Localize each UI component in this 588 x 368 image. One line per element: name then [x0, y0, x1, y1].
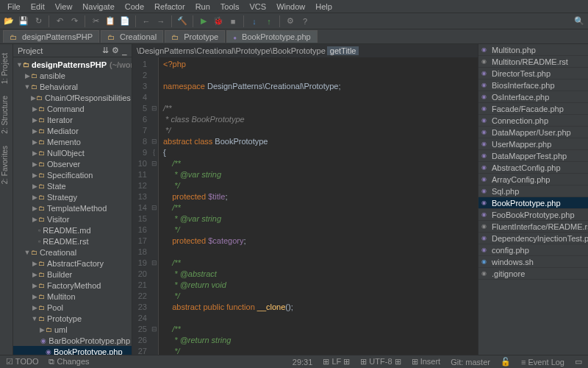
- save-icon[interactable]: 💾: [18, 15, 29, 27]
- open-file-row[interactable]: ◉ArrayConfig.php×: [478, 174, 588, 185]
- open-file-row[interactable]: ◉DataMapperTest.php×: [478, 150, 588, 162]
- open-file-row[interactable]: ◉BookPrototype.php×: [478, 197, 588, 209]
- tree-node[interactable]: ◉BarBookPrototype.php: [13, 335, 132, 346]
- project-collapse-icon[interactable]: ⇊: [102, 46, 109, 55]
- open-file-row[interactable]: ◉DataMapper/User.php×: [478, 127, 588, 138]
- status-insert-mode[interactable]: ⊞ Insert: [412, 357, 441, 367]
- tree-node[interactable]: ▶🗀FactoryMethod: [13, 280, 132, 291]
- status-todo[interactable]: ☑ TODO: [6, 357, 38, 367]
- tree-node[interactable]: ▶🗀TemplateMethod: [13, 202, 132, 213]
- menu-help[interactable]: Help: [311, 1, 337, 11]
- status-encoding[interactable]: ⊞ UTF-8 ⊞: [360, 357, 401, 367]
- open-file-row[interactable]: ◉Connection.php×: [478, 115, 588, 127]
- status-line-ending[interactable]: ⊞ LF ⊞: [323, 357, 350, 367]
- open-file-row[interactable]: ◉Multiton.php×: [478, 44, 588, 56]
- menu-view[interactable]: View: [51, 1, 77, 11]
- menu-edit[interactable]: Edit: [26, 1, 49, 11]
- vcs-update-icon[interactable]: ↓: [248, 15, 260, 27]
- tree-node[interactable]: ◉BookPrototype.php: [13, 346, 132, 355]
- back-icon[interactable]: ←: [140, 15, 152, 27]
- code-lines[interactable]: <?phpnamespace DesignPatterns\Creational…: [159, 57, 478, 355]
- vcs-commit-icon[interactable]: ↑: [263, 15, 275, 27]
- menu-navigate[interactable]: Navigate: [78, 1, 118, 11]
- open-file-row[interactable]: ◉windows.sh×: [478, 256, 588, 268]
- forward-icon[interactable]: →: [155, 15, 167, 27]
- open-file-row[interactable]: ◉BiosInterface.php×: [478, 79, 588, 91]
- status-inspect-icon[interactable]: ▭: [575, 357, 582, 367]
- tree-node[interactable]: ▶🗀uml: [13, 324, 132, 335]
- undo-icon[interactable]: ↶: [54, 15, 65, 27]
- project-hide-icon[interactable]: ⎯: [122, 46, 127, 55]
- menu-tools[interactable]: Tools: [216, 1, 244, 11]
- open-file-row[interactable]: ◉OsInterface.php×: [478, 91, 588, 103]
- tree-node[interactable]: ▫README.rst: [13, 236, 132, 247]
- tree-node[interactable]: ▶🗀Multiton: [13, 291, 132, 302]
- open-file-row[interactable]: ◉Multiton/README.rst×: [478, 56, 588, 68]
- rail-item[interactable]: 1: Project: [0, 50, 12, 87]
- open-file-row[interactable]: ◉FluentInterface/README.rst×: [478, 221, 588, 233]
- project-tree[interactable]: ▼🗀designPatternsPHP(~/workspac▶🗀ansible▼…: [13, 57, 132, 355]
- status-lock-icon[interactable]: 🔓: [501, 357, 511, 367]
- open-file-row[interactable]: ◉DependencyInjectionTest.php×: [478, 233, 588, 244]
- menu-code[interactable]: Code: [121, 1, 148, 11]
- cut-icon[interactable]: ✂: [90, 15, 101, 27]
- code-area[interactable]: 1234567891011121314151617181920212223242…: [132, 57, 478, 355]
- copy-icon[interactable]: 📋: [104, 15, 116, 27]
- sync-icon[interactable]: ↻: [32, 15, 44, 27]
- project-gear-icon[interactable]: ⚙: [112, 46, 119, 55]
- tree-node[interactable]: ▼🗀Creational: [13, 247, 132, 258]
- tree-node[interactable]: ▶🗀Strategy: [13, 191, 132, 202]
- tree-node[interactable]: ▼🗀designPatternsPHP(~/workspac: [13, 59, 132, 70]
- open-file-row[interactable]: ◉AbstractConfig.php×: [478, 162, 588, 174]
- tree-node[interactable]: ▶🗀Memento: [13, 136, 132, 147]
- fold-column[interactable]: ⊟⊟{⊟⊟⊟⊟⊟⊟⊟: [150, 57, 159, 355]
- tree-node[interactable]: ▶🗀Observer: [13, 158, 132, 169]
- open-file-row[interactable]: ◉DirectorTest.php×: [478, 68, 588, 79]
- open-file-row[interactable]: ◉UserMapper.php×: [478, 138, 588, 150]
- tree-node[interactable]: ▶🗀State: [13, 180, 132, 191]
- rail-item[interactable]: 2: Structure: [0, 93, 12, 137]
- build-icon[interactable]: 🔨: [176, 15, 188, 27]
- menu-vcs[interactable]: VCS: [245, 1, 271, 11]
- status-caret-pos[interactable]: 29:31: [293, 358, 313, 367]
- paste-icon[interactable]: 📄: [119, 15, 131, 27]
- nav-tab[interactable]: Prototype: [165, 30, 225, 43]
- tree-node[interactable]: ▫README.md: [13, 224, 132, 236]
- breadcrumb[interactable]: \DesignPatterns\Creational\Prototype\Boo…: [132, 44, 478, 57]
- rail-item[interactable]: 2: Favorites: [0, 143, 12, 187]
- nav-tab[interactable]: designPatternsPHP: [3, 30, 99, 43]
- tree-node[interactable]: ▶🗀Specification: [13, 169, 132, 180]
- tree-node[interactable]: ▶🗀NullObject: [13, 147, 132, 158]
- menu-file[interactable]: File: [3, 1, 25, 11]
- redo-icon[interactable]: ↷: [68, 15, 80, 27]
- run-icon[interactable]: ▶: [198, 15, 209, 27]
- tree-node[interactable]: ▶🗀Builder: [13, 269, 132, 280]
- nav-tab[interactable]: Creational: [101, 30, 163, 43]
- search-icon[interactable]: 🔍: [573, 15, 585, 27]
- status-git-branch[interactable]: Git: master: [451, 358, 490, 367]
- tree-node[interactable]: ▶🗀Pool: [13, 302, 132, 313]
- tree-node[interactable]: ▼🗀Behavioral: [13, 81, 132, 92]
- tree-node[interactable]: ▶🗀AbstractFactory: [13, 258, 132, 269]
- tree-node[interactable]: ▶🗀Visitor: [13, 213, 132, 224]
- open-file-row[interactable]: ◉Sql.php×: [478, 185, 588, 197]
- open-file-row[interactable]: ◉Facade/Facade.php×: [478, 103, 588, 115]
- open-file-row[interactable]: ◉FooBookPrototype.php×: [478, 209, 588, 221]
- stop-icon[interactable]: ■: [227, 15, 239, 27]
- open-icon[interactable]: 📂: [3, 15, 15, 27]
- settings-icon[interactable]: ⚙: [284, 15, 296, 27]
- nav-tab[interactable]: BookPrototype.php: [226, 30, 317, 43]
- help-icon[interactable]: ?: [299, 15, 311, 27]
- open-file-row[interactable]: ◉config.php×: [478, 244, 588, 256]
- menu-refactor[interactable]: Refactor: [150, 1, 190, 11]
- menu-window[interactable]: Window: [272, 1, 309, 11]
- tree-node[interactable]: ▶🗀ansible: [13, 70, 132, 81]
- tree-node[interactable]: ▶🗀Iterator: [13, 114, 132, 125]
- tree-node[interactable]: ▶🗀Mediator: [13, 125, 132, 136]
- open-file-row[interactable]: ◉.gitignore×: [478, 268, 588, 280]
- tree-node[interactable]: ▶🗀Command: [13, 103, 132, 114]
- menu-run[interactable]: Run: [191, 1, 215, 11]
- status-changes[interactable]: ⧉ Changes: [49, 357, 89, 367]
- tree-node[interactable]: ▼🗀Prototype: [13, 313, 132, 324]
- status-event-log[interactable]: ≡ Event Log: [521, 358, 564, 367]
